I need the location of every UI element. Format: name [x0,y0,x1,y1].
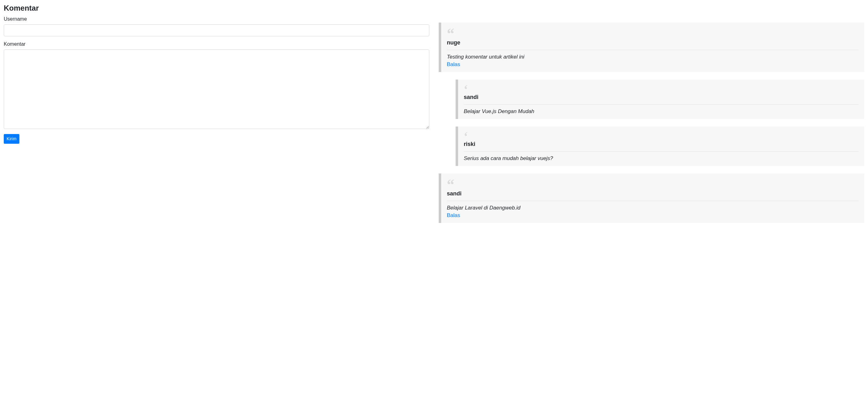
comment-body: Testing komentar untuk artikel ini [447,54,524,60]
username-label: Username [4,16,429,22]
comment-item: nuge Testing komentar untuk artikel ini … [439,23,864,166]
reply-item: sandi Belajar Vue.js Dengan Mudah [456,80,864,119]
comment-username: nuge [447,39,460,46]
replies-container: sandi Belajar Vue.js Dengan Mudah riski … [456,80,864,166]
reply-link[interactable]: Balas [447,61,460,68]
divider [447,50,859,50]
username-input[interactable] [4,24,429,36]
reply-link[interactable]: Balas [447,212,460,218]
comments-column: nuge Testing komentar untuk artikel ini … [439,4,864,231]
reply-body: Belajar Vue.js Dengan Mudah [464,108,534,114]
page-title: Komentar [4,4,429,12]
reply-item: riski Serius ada cara mudah belajar vuej… [456,126,864,166]
divider [447,201,859,201]
comment-username: sandi [447,190,462,197]
reply-body: Serius ada cara mudah belajar vuejs? [464,155,553,161]
divider [464,104,859,105]
reply-username: sandi [464,94,478,100]
comment-body: Belajar Laravel di Daengweb.id [447,205,520,211]
comment-form: Username Komentar Kirim [4,16,429,144]
comment-quote: sandi Belajar Laravel di Daengweb.id Bal… [439,174,864,223]
comment-textarea[interactable] [4,50,429,129]
divider [464,151,859,152]
comment-label: Komentar [4,41,429,47]
comment-quote: nuge Testing komentar untuk artikel ini … [439,23,864,72]
comment-form-column: Komentar Username Komentar Kirim [4,4,429,231]
reply-username: riski [464,141,475,148]
submit-button[interactable]: Kirim [4,134,20,144]
comment-item: sandi Belajar Laravel di Daengweb.id Bal… [439,174,864,223]
